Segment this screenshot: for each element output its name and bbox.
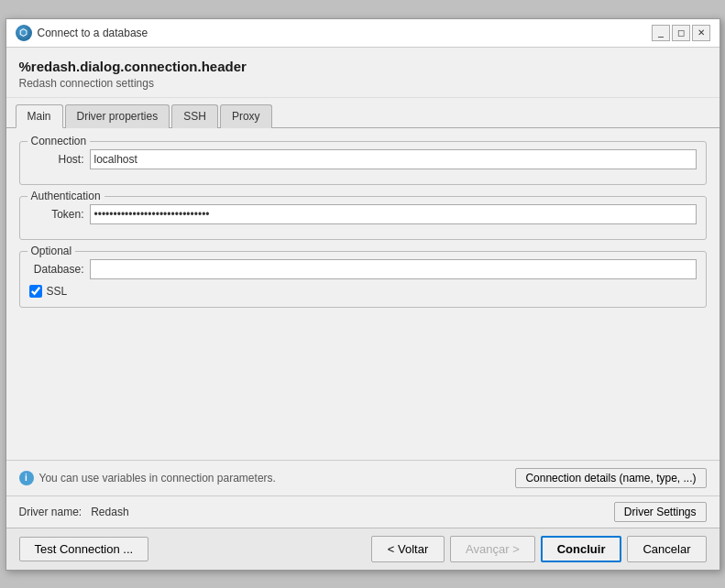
dialog-body: Main Driver properties SSH Proxy Connect… — [6, 98, 720, 528]
maximize-button[interactable]: ◻ — [672, 25, 690, 41]
connection-section: Connection Host: — [19, 141, 707, 185]
bottom-info: i You can use variables in connection pa… — [6, 460, 720, 495]
driver-name: Driver name: Redash — [19, 506, 129, 518]
database-input[interactable] — [90, 259, 697, 279]
back-button[interactable]: < Voltar — [371, 536, 445, 562]
dialog-header-title: %redash.dialog.connection.header — [19, 59, 707, 74]
tab-bar: Main Driver properties SSH Proxy — [6, 98, 720, 128]
tab-main[interactable]: Main — [16, 104, 63, 128]
tab-proxy[interactable]: Proxy — [220, 104, 272, 128]
footer-left: Test Connection ... — [19, 537, 149, 561]
driver-name-label: Driver name: — [19, 506, 82, 518]
info-message: You can use variables in connection para… — [39, 472, 276, 485]
info-icon: i — [19, 471, 34, 485]
next-button[interactable]: Avançar > — [450, 536, 535, 562]
token-label: Token: — [29, 208, 84, 221]
ssl-checkbox[interactable] — [29, 285, 42, 298]
tab-ssh[interactable]: SSH — [171, 104, 218, 128]
optional-legend: Optional — [27, 245, 76, 257]
connect-to-database-dialog: ⬡ Connect to a database ⎯ ◻ ✕ %redash.di… — [5, 18, 720, 571]
database-label: Database: — [29, 263, 84, 276]
tab-content-main: Connection Host: Authentication Token: O… — [6, 128, 720, 460]
host-row: Host: — [29, 149, 697, 169]
dialog-header-subtitle: Redash connection settings — [19, 77, 707, 90]
ssl-label: SSL — [47, 285, 68, 298]
minimize-button[interactable]: ⎯ — [652, 25, 670, 41]
driver-name-value: Redash — [91, 506, 128, 518]
authentication-section: Authentication Token: — [19, 196, 707, 240]
dialog-header: %redash.dialog.connection.header Redash … — [6, 48, 720, 98]
token-row: Token: — [29, 204, 697, 224]
spacer — [19, 319, 707, 447]
close-button[interactable]: ✕ — [692, 25, 710, 41]
test-connection-button[interactable]: Test Connection ... — [19, 537, 149, 561]
dialog-footer: Test Connection ... < Voltar Avançar > C… — [6, 528, 720, 570]
driver-row: Driver name: Redash Driver Settings — [6, 495, 720, 528]
host-label: Host: — [29, 153, 84, 166]
optional-section: Optional Database: SSL — [19, 251, 707, 308]
title-bar-left: ⬡ Connect to a database — [16, 25, 148, 41]
driver-settings-button[interactable]: Driver Settings — [614, 502, 707, 522]
title-bar: ⬡ Connect to a database ⎯ ◻ ✕ — [6, 19, 720, 48]
cancel-button[interactable]: Cancelar — [627, 536, 706, 562]
ssl-row: SSL — [29, 285, 697, 298]
info-left: i You can use variables in connection pa… — [19, 471, 276, 485]
tab-driver-properties[interactable]: Driver properties — [65, 104, 170, 128]
title-bar-controls: ⎯ ◻ ✕ — [652, 25, 710, 41]
database-icon: ⬡ — [16, 25, 32, 41]
token-input[interactable] — [90, 204, 697, 224]
connection-legend: Connection — [27, 135, 91, 147]
title-bar-title: Connect to a database — [38, 27, 148, 39]
footer-right: < Voltar Avançar > Concluir Cancelar — [371, 536, 706, 562]
finish-button[interactable]: Concluir — [541, 536, 622, 562]
connection-details-button[interactable]: Connection details (name, type, ...) — [515, 468, 706, 488]
authentication-legend: Authentication — [27, 190, 104, 202]
host-input[interactable] — [90, 149, 697, 169]
database-row: Database: — [29, 259, 697, 279]
